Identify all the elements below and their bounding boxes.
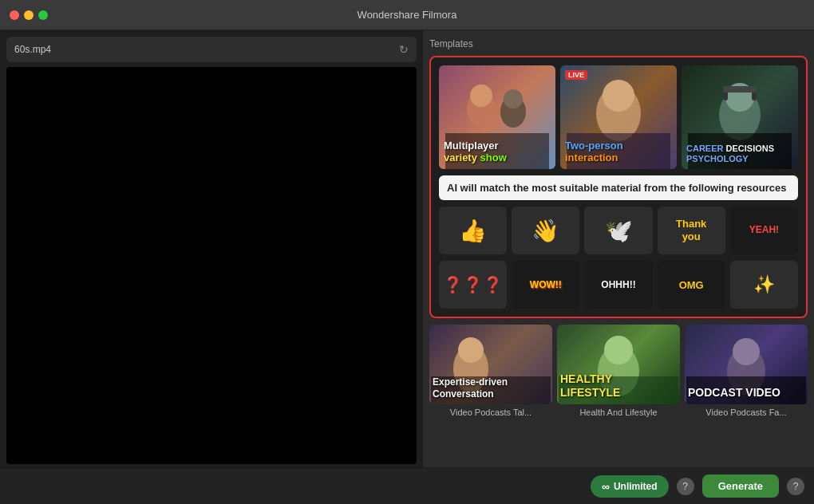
unlimited-icon: ∞ [602, 480, 610, 493]
template-row: Multiplayervariety show LIVE [439, 65, 798, 169]
svg-point-1 [470, 85, 492, 107]
unlimited-button[interactable]: ∞ Unlimited [591, 475, 669, 498]
bottom-thumb-2: HEALTHYLIFESTYLE [557, 325, 680, 404]
thumb-label-2: Two-personinteraction [565, 140, 672, 164]
bottom-overlay-2: HEALTHYLIFESTYLE [560, 372, 677, 400]
svg-point-21 [733, 338, 760, 365]
bottom-thumb-1: Expertise-drivenConversation [429, 325, 552, 404]
svg-point-18 [604, 336, 633, 364]
svg-rect-12 [723, 86, 757, 93]
bottom-card-2[interactable]: HEALTHYLIFESTYLE Health And Lifestyle [557, 325, 680, 417]
bottom-overlay-1: Expertise-drivenConversation [433, 376, 549, 400]
main-layout: 60s.mp4 ↻ ▶ 00:00:00:00/00:01:00:00 Temp… [0, 30, 814, 504]
sticker-thank-you[interactable]: Thankyou [658, 207, 725, 254]
sticker-row-1: 👍 👋 🕊️ Thankyou YEAH! [439, 207, 798, 254]
template-thumb-multiplayer[interactable]: Multiplayervariety show [439, 65, 555, 169]
video-preview [6, 67, 417, 464]
right-panel: Templates [423, 30, 814, 504]
sticker-sparkle[interactable]: ✨ [730, 261, 798, 309]
sticker-thumbs-up[interactable]: 👍 [439, 207, 507, 254]
generate-help-button[interactable]: ? [787, 478, 804, 495]
bottom-thumb-3: PODCAST VIDEO [685, 325, 808, 404]
thumb-label-1: Multiplayervariety show [444, 140, 551, 164]
template-popup: Multiplayervariety show LIVE [429, 56, 808, 318]
sticker-row-2: ❓❓❓ WOW!! OHHH!! OMG ✨ [439, 261, 798, 309]
bottom-card-label-2: Health And Lifestyle [557, 408, 680, 417]
svg-point-6 [603, 80, 634, 112]
generate-button[interactable]: Generate [702, 474, 779, 498]
sticker-omg[interactable]: OMG [658, 261, 725, 309]
sticker-wow[interactable]: WOW!! [512, 261, 579, 309]
maximize-button[interactable] [38, 10, 48, 20]
template-thumb-career[interactable]: CAREER DECISIONSPSYCHOLOGY [682, 65, 798, 169]
svg-point-3 [504, 89, 523, 108]
bottom-cards: Expertise-drivenConversation Video Podca… [429, 325, 808, 417]
action-bar: ∞ Unlimited ? Generate ? [0, 467, 814, 504]
bottom-card-label-3: Video Podcasts Fa... [685, 408, 808, 417]
sticker-yeah[interactable]: YEAH! [730, 207, 798, 254]
unlimited-help-button[interactable]: ? [677, 478, 694, 495]
thumb-label-3: CAREER DECISIONSPSYCHOLOGY [686, 144, 793, 164]
ai-match-text: AI will match the most suitable material… [439, 175, 798, 200]
file-bar: 60s.mp4 ↻ [6, 37, 417, 62]
title-bar: Wondershare Filmora [0, 0, 814, 30]
close-button[interactable] [10, 10, 19, 20]
sticker-wave[interactable]: 👋 [512, 207, 579, 254]
svg-point-15 [458, 337, 484, 363]
sticker-dove[interactable]: 🕊️ [584, 207, 652, 254]
bottom-card-3[interactable]: PODCAST VIDEO Video Podcasts Fa... [685, 325, 808, 417]
template-thumb-two-person[interactable]: LIVE Two-personinteraction [560, 65, 677, 169]
traffic-lights [10, 10, 48, 20]
section-label: Templates [429, 37, 808, 51]
minimize-button[interactable] [24, 10, 34, 20]
bottom-card-1[interactable]: Expertise-drivenConversation Video Podca… [429, 325, 552, 417]
sticker-questions[interactable]: ❓❓❓ [439, 261, 507, 309]
refresh-icon[interactable]: ↻ [399, 43, 409, 56]
bottom-overlay-3: PODCAST VIDEO [688, 386, 804, 400]
bottom-card-label-1: Video Podcasts Tal... [429, 408, 552, 417]
sticker-ohhh[interactable]: OHHH!! [584, 261, 652, 309]
left-panel: 60s.mp4 ↻ ▶ 00:00:00:00/00:01:00:00 [0, 30, 423, 504]
app-title: Wondershare Filmora [358, 9, 457, 21]
unlimited-label: Unlimited [614, 481, 658, 492]
file-name: 60s.mp4 [14, 44, 51, 55]
